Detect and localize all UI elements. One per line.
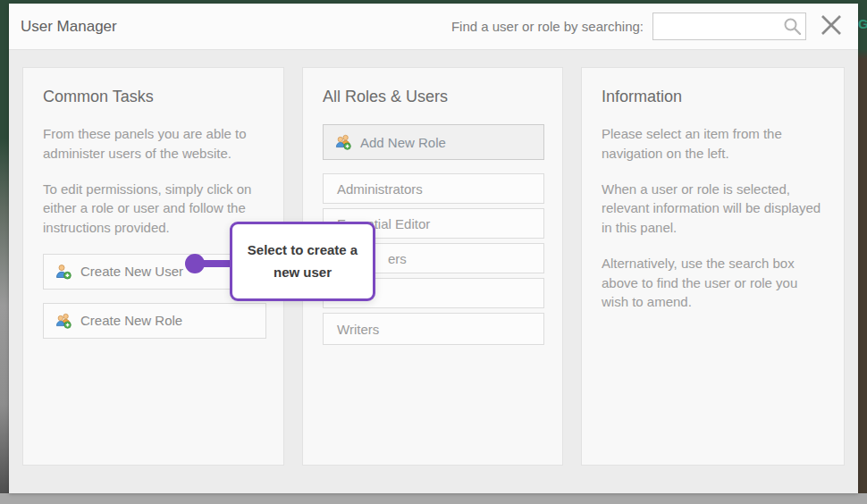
tooltip-connector-dot [185,254,205,273]
screen: G User Manager Find a user or role by se… [0,0,867,504]
add-new-role-button[interactable]: Add New Role [323,124,544,160]
search-label: Find a user or role by searching: [451,19,644,34]
backdrop-logo-letter: G [858,16,867,31]
information-para-2: When a user or role is selected, relevan… [602,180,824,238]
common-tasks-para-1: From these panels you are able to admini… [43,124,264,164]
role-item-label: Administrators [337,181,423,197]
create-new-role-label: Create New Role [80,313,182,328]
backdrop-right-strip [858,0,867,493]
coachmark-tooltip-text: Select to create a new user [241,239,364,284]
user-manager-dialog: User Manager Find a user or role by sear… [9,4,858,493]
information-title: Information [602,88,824,106]
role-item-writers[interactable]: Writers [323,313,544,345]
create-new-role-button[interactable]: Create New Role [43,303,266,339]
role-item-administrators[interactable]: Administrators [323,173,544,204]
group-add-icon [55,313,72,329]
information-para-1: Please select an item from the navigatio… [602,124,824,164]
backdrop-left-strip [0,0,9,493]
add-new-role-label: Add New Role [360,135,446,150]
page-title: User Manager [21,18,117,36]
panel-information: Information Please select an item from t… [581,67,845,466]
search-group: Find a user or role by searching: [451,13,846,41]
role-item-label: ers [388,251,407,266]
coachmark-tooltip: Select to create a new user [230,222,375,301]
backdrop-bottom-strip [0,493,867,504]
search-field-wrap [652,13,806,40]
user-add-icon [55,264,72,280]
close-button[interactable] [817,13,846,41]
dialog-header: User Manager Find a user or role by sear… [9,4,858,50]
role-item-label: Writers [337,322,379,337]
search-icon [783,17,802,39]
close-icon [818,12,845,41]
group-add-icon [335,134,351,150]
panel-row: Common Tasks From these panels you are a… [22,67,845,466]
roles-users-title: All Roles & Users [323,88,543,106]
create-new-user-label: Create New User [80,264,183,279]
common-tasks-title: Common Tasks [43,88,264,106]
information-para-3: Alternatively, use the search box above … [602,254,824,312]
